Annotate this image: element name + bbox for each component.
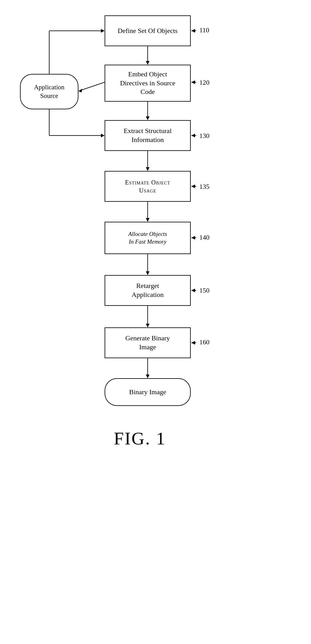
svg-marker-16	[101, 29, 105, 33]
svg-marker-13	[146, 375, 150, 378]
ref-135: 135	[199, 183, 209, 191]
retarget-app-label: RetargetApplication	[132, 281, 164, 299]
svg-marker-33	[191, 289, 195, 292]
svg-marker-31	[191, 236, 195, 240]
ref-140: 140	[199, 233, 209, 241]
allocate-objects-label: Allocate ObjectsIn Fast Memory	[128, 230, 167, 245]
embed-directives-box: Embed ObjectDirectives in SourceCode	[105, 65, 191, 102]
generate-binary-label: Generate BinaryImage	[126, 334, 170, 351]
estimate-usage-box: Estimate ObjectUsage	[105, 171, 191, 202]
svg-marker-27	[191, 134, 195, 137]
svg-marker-29	[191, 184, 195, 188]
ref-150: 150	[199, 286, 209, 294]
svg-marker-1	[146, 61, 150, 65]
define-objects-label: Define Set Of Objects	[118, 26, 178, 35]
svg-marker-11	[146, 324, 150, 327]
ref-110: 110	[199, 26, 209, 34]
svg-marker-9	[146, 271, 150, 275]
svg-marker-7	[146, 218, 150, 222]
embed-directives-label: Embed ObjectDirectives in SourceCode	[120, 70, 175, 96]
svg-marker-23	[191, 29, 195, 33]
allocate-objects-box: Allocate ObjectsIn Fast Memory	[105, 222, 191, 254]
binary-image-label: Binary Image	[129, 388, 166, 397]
extract-info-box: Extract StructuralInformation	[105, 120, 191, 151]
svg-marker-18	[78, 89, 82, 92]
svg-marker-5	[146, 167, 150, 171]
binary-image-box: Binary Image	[105, 378, 191, 406]
svg-marker-21	[101, 134, 105, 137]
svg-line-17	[79, 82, 105, 91]
extract-info-label: Extract StructuralInformation	[124, 127, 172, 144]
ref-130: 130	[199, 132, 209, 140]
ref-160: 160	[199, 338, 209, 346]
diagram-container: Define Set Of Objects ApplicationSource …	[0, 0, 311, 644]
svg-marker-3	[146, 116, 150, 120]
ref-120: 120	[199, 79, 209, 87]
application-source-label: ApplicationSource	[34, 83, 64, 100]
svg-marker-35	[191, 341, 195, 345]
application-source-box: ApplicationSource	[20, 74, 78, 109]
figure-label: FIG. 1	[114, 428, 166, 449]
svg-marker-25	[191, 80, 195, 84]
define-objects-box: Define Set Of Objects	[105, 15, 191, 46]
retarget-app-box: RetargetApplication	[105, 275, 191, 306]
estimate-usage-label: Estimate ObjectUsage	[125, 178, 170, 194]
generate-binary-box: Generate BinaryImage	[105, 327, 191, 358]
